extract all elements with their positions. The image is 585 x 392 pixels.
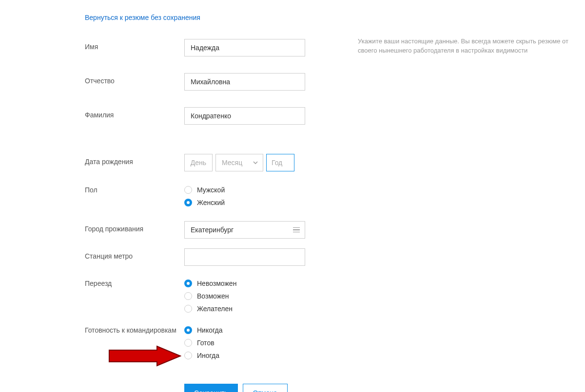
radio-icon <box>184 339 192 347</box>
patronymic-label: Отчество <box>85 73 184 85</box>
radio-icon <box>184 305 192 313</box>
birth-month-placeholder: Месяц <box>222 159 242 167</box>
birth-day-input[interactable] <box>184 154 213 171</box>
relocation-impossible-radio[interactable]: Невозможен <box>184 280 236 287</box>
radio-icon <box>184 326 192 334</box>
relocation-label: Переезд <box>85 280 184 287</box>
radio-icon <box>184 199 192 206</box>
trips-never-radio[interactable]: Никогда <box>184 326 222 334</box>
metro-input[interactable] <box>184 248 305 266</box>
gender-male-label: Мужской <box>197 186 225 194</box>
trips-sometimes-radio[interactable]: Иногда <box>184 352 222 359</box>
birth-year-input[interactable] <box>266 154 294 171</box>
trips-never-label: Никогда <box>197 326 222 334</box>
gender-label: Пол <box>85 186 184 194</box>
city-input[interactable]: Екатеринбург <box>184 221 305 239</box>
gender-female-label: Женский <box>197 199 225 206</box>
gender-female-radio[interactable]: Женский <box>184 199 225 206</box>
relocation-possible-label: Возможен <box>197 292 229 300</box>
chevron-down-icon <box>253 161 258 164</box>
trips-ready-radio[interactable]: Готов <box>184 339 222 347</box>
save-button[interactable]: Сохранить <box>184 384 238 392</box>
relocation-desired-radio[interactable]: Желателен <box>184 305 236 313</box>
city-value: Екатеринбург <box>191 226 234 234</box>
radio-icon <box>184 280 192 287</box>
hint-text: Укажите ваши настоящие данные. Вы всегда… <box>358 37 585 56</box>
gender-male-radio[interactable]: Мужской <box>184 186 225 194</box>
first-name-input[interactable] <box>184 39 305 56</box>
last-name-input[interactable] <box>184 107 305 125</box>
patronymic-input[interactable] <box>184 73 305 91</box>
trips-ready-label: Готов <box>197 339 214 347</box>
radio-icon <box>184 186 192 194</box>
trips-label: Готовность к командировкам <box>85 326 184 334</box>
radio-icon <box>184 292 192 300</box>
cancel-button[interactable]: Отмена <box>243 384 288 392</box>
birth-date-label: Дата рождения <box>85 154 184 166</box>
relocation-desired-label: Желателен <box>197 305 233 313</box>
relocation-possible-radio[interactable]: Возможен <box>184 292 236 300</box>
trips-sometimes-label: Иногда <box>197 352 219 359</box>
metro-label: Станция метро <box>85 248 184 260</box>
list-icon <box>293 227 300 233</box>
back-link[interactable]: Вернуться к резюме без сохранения <box>85 14 200 21</box>
relocation-impossible-label: Невозможен <box>197 280 236 287</box>
city-label: Город проживания <box>85 221 184 233</box>
birth-month-select[interactable]: Месяц <box>215 154 263 171</box>
last-name-label: Фамилия <box>85 107 184 119</box>
radio-icon <box>184 352 192 359</box>
first-name-label: Имя <box>85 39 184 51</box>
